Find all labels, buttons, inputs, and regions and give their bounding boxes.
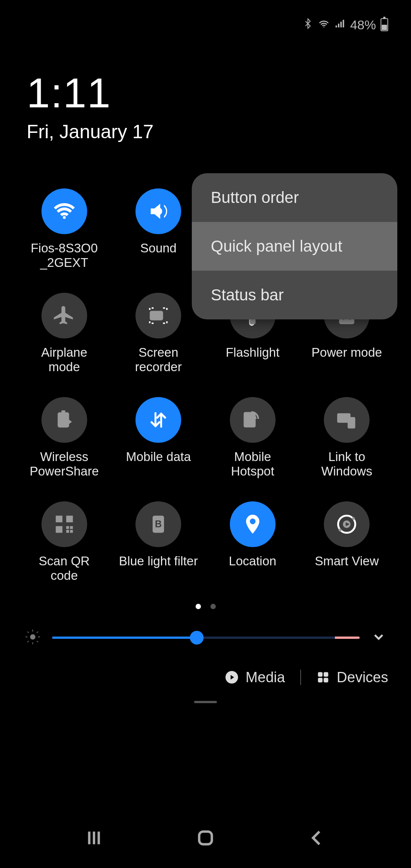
svg-rect-11 <box>318 672 322 677</box>
wifi-icon[interactable] <box>41 188 87 234</box>
svg-line-8 <box>37 632 38 633</box>
hotspot-icon[interactable] <box>230 397 276 443</box>
mobile-data-tile-label: Mobile data <box>124 450 193 464</box>
page-dot-2[interactable] <box>210 604 216 609</box>
nav-back[interactable] <box>307 828 327 849</box>
footer-divider <box>300 670 301 685</box>
svg-rect-18 <box>199 831 212 844</box>
screen-recorder-tile-label: Screen recorder <box>116 345 200 374</box>
nav-home[interactable] <box>196 828 215 849</box>
mobile-data-icon[interactable] <box>135 397 181 443</box>
battery-text: 48% <box>350 18 376 32</box>
signal-icon <box>334 18 346 32</box>
powershare-icon[interactable] <box>41 397 87 443</box>
wifi-status-icon <box>318 18 330 32</box>
sound-tile-label: Sound <box>139 241 178 255</box>
blue-light-tile[interactable]: Blue light filter <box>113 501 204 583</box>
wireless-powershare-tile[interactable]: Wireless PowerShare <box>19 397 110 479</box>
airplane-icon[interactable] <box>41 293 87 338</box>
airplane-tile[interactable]: Airplane mode <box>19 293 110 374</box>
status-bar: 48% <box>0 0 411 49</box>
power-mode-tile-label: Power mode <box>310 345 384 360</box>
bluetooth-icon <box>302 18 314 32</box>
mobile-data-tile[interactable]: Mobile data <box>113 397 204 479</box>
smart-view-icon[interactable] <box>324 501 370 547</box>
brightness-expand-icon[interactable] <box>371 629 386 646</box>
airplane-tile-label: Airplane mode <box>22 345 106 374</box>
brightness-row <box>0 609 411 658</box>
battery-icon <box>381 18 388 31</box>
blue-light-tile-label: Blue light filter <box>118 554 199 568</box>
blue-light-icon[interactable] <box>135 501 181 547</box>
wireless-powershare-tile-label: Wireless PowerShare <box>22 450 106 479</box>
wifi-tile-label: Fios-8S3O0​_2GEXT <box>22 241 106 270</box>
scan-qr-tile[interactable]: Scan QR code <box>19 501 110 583</box>
clock-area: 1:11 Fri, January 17 <box>0 49 411 173</box>
link-windows-tile-label: Link to Windows <box>305 450 389 479</box>
link-windows-icon[interactable] <box>324 397 370 443</box>
flashlight-tile-label: Flashlight <box>224 345 281 360</box>
devices-label: Devices <box>337 669 388 686</box>
devices-button[interactable]: Devices <box>316 669 388 686</box>
volume-icon[interactable] <box>135 188 181 234</box>
recorder-icon[interactable] <box>135 293 181 338</box>
mobile-hotspot-tile-label: Mobile Hotspot <box>211 450 295 479</box>
svg-point-0 <box>30 634 35 640</box>
location-tile[interactable]: Location <box>207 501 298 583</box>
svg-line-7 <box>27 641 29 642</box>
nav-recents[interactable] <box>84 828 104 849</box>
mobile-hotspot-tile[interactable]: Mobile Hotspot <box>207 397 298 479</box>
smart-view-tile[interactable]: Smart View <box>302 501 392 583</box>
media-button[interactable]: Media <box>225 669 285 686</box>
scan-qr-tile-label: Scan QR code <box>22 554 106 583</box>
svg-line-5 <box>27 632 29 633</box>
media-label: Media <box>245 669 285 686</box>
svg-rect-14 <box>323 678 328 683</box>
location-tile-label: Location <box>227 554 278 568</box>
smart-view-tile-label: Smart View <box>313 554 380 568</box>
wifi-tile[interactable]: Fios-8S3O0​_2GEXT <box>19 188 110 270</box>
popup-button-order[interactable]: Button order <box>192 173 397 222</box>
location-icon[interactable] <box>230 501 276 547</box>
popup-quick-panel-layout[interactable]: Quick panel layout <box>192 222 397 271</box>
svg-line-6 <box>37 641 38 642</box>
qr-icon[interactable] <box>41 501 87 547</box>
options-popup: Button order Quick panel layout Status b… <box>192 173 397 319</box>
screen-recorder-tile[interactable]: Screen recorder <box>113 293 204 374</box>
svg-rect-12 <box>323 672 328 677</box>
clock-time: 1:11 <box>27 69 384 117</box>
nav-bar <box>0 819 411 868</box>
footer-actions: Media Devices <box>0 658 411 701</box>
svg-rect-13 <box>318 678 322 683</box>
brightness-icon <box>25 629 41 646</box>
page-dot-1[interactable] <box>196 604 201 609</box>
sound-tile[interactable]: Sound <box>113 188 204 270</box>
panel-handle[interactable] <box>194 701 217 703</box>
page-indicator <box>0 604 411 609</box>
brightness-slider[interactable] <box>52 632 360 644</box>
clock-date: Fri, January 17 <box>27 121 384 143</box>
quick-settings: Fios-8S3O0​_2GEXTSoundAirplane modeScree… <box>0 173 411 583</box>
link-windows-tile[interactable]: Link to Windows <box>302 397 392 479</box>
popup-status-bar[interactable]: Status bar <box>192 271 397 319</box>
